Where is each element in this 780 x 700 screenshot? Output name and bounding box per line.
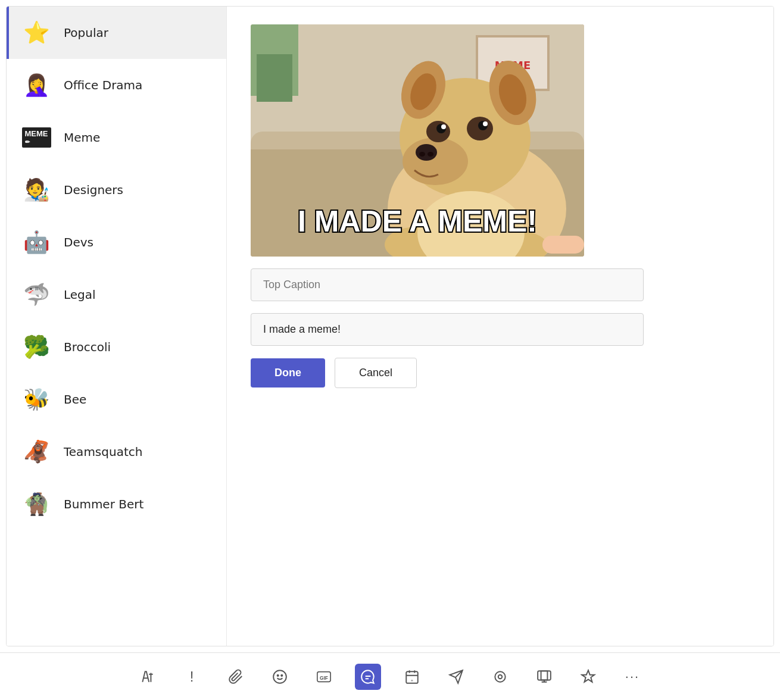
format-text-button[interactable] [135, 664, 161, 690]
meme-icon: MEME✏ [21, 122, 52, 153]
svg-rect-29 [542, 236, 584, 254]
sidebar-item-popular[interactable]: ⭐Popular [7, 7, 226, 59]
meme-icon-badge: MEME✏ [22, 127, 51, 148]
sidebar-label-devs: Devs [64, 235, 93, 249]
done-button[interactable]: Done [251, 358, 325, 388]
meme-preview-image: MEME [251, 24, 584, 257]
sidebar-label-office-drama: Office Drama [64, 78, 142, 92]
sidebar-label-meme: Meme [64, 130, 100, 145]
sidebar-label-teamsquatch: Teamsquatch [64, 445, 142, 459]
sidebar-item-bummer-bert[interactable]: 🧌Bummer Bert [7, 478, 226, 530]
sidebar-label-popular: Popular [64, 26, 108, 40]
svg-text:GIF: GIF [320, 674, 328, 680]
ellipsis-icon: ··· [625, 669, 639, 685]
svg-rect-5 [257, 54, 292, 102]
svg-rect-41 [538, 671, 551, 680]
svg-text:I MADE A MEME!: I MADE A MEME! [298, 205, 537, 238]
legal-icon: 🦈 [21, 279, 52, 310]
praise-button[interactable] [575, 664, 601, 690]
bee-icon: 🐝 [21, 384, 52, 415]
designers-icon: 🧑‍🎨 [21, 174, 52, 205]
broccoli-icon: 🥦 [21, 332, 52, 362]
teamsquatch-icon: 🦧 [21, 436, 52, 467]
bummer-bert-icon: 🧌 [21, 489, 52, 520]
sidebar-item-legal[interactable]: 🦈Legal [7, 268, 226, 321]
svg-rect-42 [541, 671, 548, 680]
sidebar-item-office-drama[interactable]: 🤦‍♀️Office Drama [7, 59, 226, 111]
gif-button[interactable]: GIF [311, 664, 337, 690]
doge-meme-svg: MEME [251, 24, 584, 257]
more-options-button[interactable]: ··· [619, 664, 645, 690]
devs-icon: 🤖 [21, 227, 52, 258]
attach-button[interactable] [223, 664, 249, 690]
sidebar-label-designers: Designers [64, 183, 123, 197]
schedule-button[interactable]: + [399, 664, 425, 690]
svg-point-21 [483, 121, 488, 126]
cancel-button[interactable]: Cancel [335, 358, 417, 388]
important-button[interactable]: ! [179, 664, 205, 690]
svg-point-16 [428, 152, 433, 157]
svg-text:+: + [411, 677, 414, 683]
loop-button[interactable] [487, 664, 513, 690]
svg-point-15 [419, 152, 425, 157]
sidebar-item-meme[interactable]: MEME✏Meme [7, 111, 226, 164]
sidebar-item-designers[interactable]: 🧑‍🎨Designers [7, 164, 226, 216]
exclamation-icon: ! [190, 668, 194, 685]
office-drama-icon: 🤦‍♀️ [21, 70, 52, 101]
sidebar-label-bee: Bee [64, 392, 86, 407]
svg-point-13 [403, 138, 468, 185]
whiteboard-button[interactable] [531, 664, 557, 690]
popular-icon: ⭐ [21, 17, 52, 48]
svg-point-34 [281, 674, 282, 676]
svg-point-40 [498, 674, 503, 679]
svg-point-39 [495, 671, 505, 682]
sidebar-label-legal: Legal [64, 288, 96, 302]
svg-point-32 [273, 670, 286, 683]
sidebar-item-devs[interactable]: 🤖Devs [7, 216, 226, 268]
emoji-button[interactable] [267, 664, 293, 690]
svg-point-22 [441, 124, 446, 129]
action-buttons-row: Done Cancel [251, 358, 750, 388]
sidebar-label-bummer-bert: Bummer Bert [64, 497, 143, 511]
sidebar-item-bee[interactable]: 🐝Bee [7, 373, 226, 426]
bottom-caption-input[interactable] [251, 313, 644, 346]
sticker-button[interactable] [355, 664, 381, 690]
svg-point-33 [277, 674, 279, 676]
meme-editor-content: MEME [227, 7, 773, 646]
svg-point-14 [416, 144, 437, 161]
sticker-category-sidebar: ⭐Popular🤦‍♀️Office DramaMEME✏Meme🧑‍🎨Desi… [7, 7, 227, 646]
sidebar-item-teamsquatch[interactable]: 🦧Teamsquatch [7, 426, 226, 478]
sidebar-item-broccoli[interactable]: 🥦Broccoli [7, 321, 226, 373]
compose-toolbar: ! GIF + [0, 652, 780, 700]
sidebar-label-broccoli: Broccoli [64, 340, 111, 354]
send-button[interactable] [443, 664, 469, 690]
top-caption-input[interactable] [251, 268, 644, 301]
